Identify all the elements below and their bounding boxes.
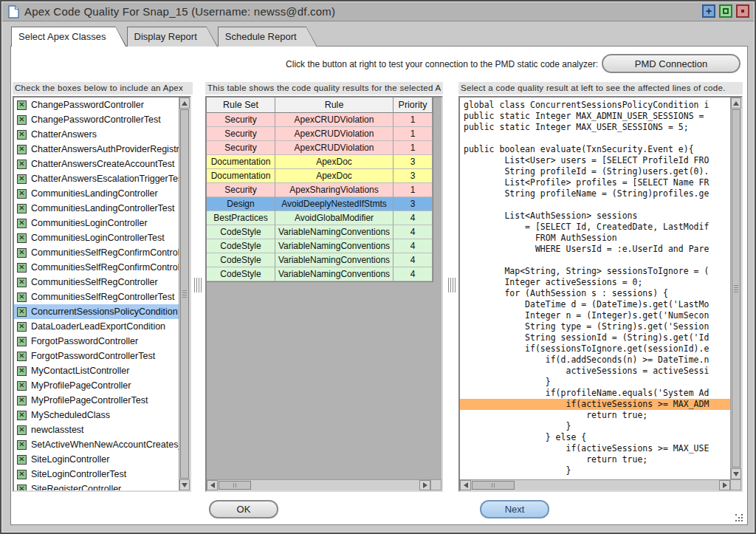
checked-checkbox-icon[interactable]: ✕ — [17, 381, 27, 391]
title-bar[interactable]: Apex Code Quality For Snap_15 (Username:… — [2, 2, 754, 21]
table-row[interactable]: CodeStyleVariableNamingConventions4 — [207, 239, 433, 253]
checked-checkbox-icon[interactable]: ✕ — [17, 115, 27, 125]
scroll-up-arrow-icon[interactable] — [179, 97, 190, 109]
list-item[interactable]: ✕CommunitiesSelfRegConfirmControll — [14, 260, 179, 275]
list-item[interactable]: ✕SetActiveWhenNewAccountCreates_ — [14, 437, 179, 452]
checked-checkbox-icon[interactable]: ✕ — [17, 470, 27, 479]
list-item[interactable]: ✕MyScheduledClass — [14, 408, 179, 422]
table-row[interactable]: SecurityApexSharingViolations1 — [207, 183, 433, 197]
scroll-down-arrow-icon[interactable] — [179, 479, 190, 490]
left-splitter-handle[interactable] — [194, 278, 203, 292]
scrollbar-thumb[interactable] — [219, 481, 251, 490]
ok-button[interactable]: OK — [209, 500, 278, 518]
scroll-up-arrow-icon[interactable] — [731, 97, 741, 109]
checked-checkbox-icon[interactable]: ✕ — [17, 189, 27, 199]
checked-checkbox-icon[interactable]: ✕ — [17, 100, 27, 110]
table-row[interactable]: SecurityApexCRUDViolation1 — [207, 141, 433, 155]
class-list-vertical-scrollbar[interactable] — [179, 97, 190, 490]
list-item[interactable]: ✕ChatterAnswersCreateAccountTest — [14, 157, 179, 171]
list-item[interactable]: ✕ChangePasswordControllerTest — [14, 112, 179, 127]
list-item[interactable]: ✕CommunitiesLoginController — [14, 216, 179, 230]
list-item[interactable]: ✕CommunitiesLoginControllerTest — [14, 230, 179, 245]
column-header-priority[interactable]: Priority — [394, 97, 433, 113]
table-cell: ApexCRUDViolation — [275, 141, 394, 155]
scroll-right-arrow-icon[interactable] — [719, 480, 730, 490]
expand-plus-button[interactable]: + — [702, 4, 715, 18]
list-item[interactable]: ✕MyProfilePageController — [14, 378, 179, 393]
list-item[interactable]: ✕SiteRegisterController — [14, 482, 179, 490]
table-row[interactable]: SecurityApexCRUDViolation1 — [207, 113, 433, 127]
next-button[interactable]: Next — [480, 500, 549, 518]
resize-grip[interactable] — [735, 513, 743, 522]
scrollbar-thumb[interactable] — [180, 109, 189, 479]
checked-checkbox-icon[interactable]: ✕ — [17, 455, 27, 465]
checked-checkbox-icon[interactable]: ✕ — [17, 396, 27, 405]
table-row[interactable]: BestPracticesAvoidGlobalModifier4 — [207, 211, 433, 225]
scrollbar-thumb[interactable] — [472, 481, 515, 490]
checked-checkbox-icon[interactable]: ✕ — [17, 425, 27, 435]
right-splitter-handle[interactable] — [448, 278, 457, 292]
column-header-rule-set[interactable]: Rule Set — [207, 97, 275, 113]
checked-checkbox-icon[interactable]: ✕ — [17, 307, 27, 317]
scroll-right-arrow-icon[interactable] — [419, 480, 430, 490]
list-item[interactable]: ✕CommunitiesLandingControllerTest — [14, 201, 179, 216]
checked-checkbox-icon[interactable]: ✕ — [17, 440, 27, 450]
checked-checkbox-icon[interactable]: ✕ — [17, 322, 27, 332]
table-row[interactable]: SecurityApexCRUDViolation1 — [207, 127, 433, 141]
pmd-connection-button[interactable]: PMD Connection — [602, 54, 740, 73]
list-item[interactable]: ✕newclasstest — [14, 422, 179, 437]
list-item[interactable]: ✕ChangePasswordController — [14, 97, 179, 112]
list-item[interactable]: ✕SiteLoginControllerTest — [14, 467, 179, 482]
checked-checkbox-icon[interactable]: ✕ — [17, 411, 27, 420]
list-item[interactable]: ✕ChatterAnswersAuthProviderRegistra — [14, 142, 179, 157]
code-horizontal-scrollbar[interactable] — [460, 479, 730, 490]
table-row[interactable]: CodeStyleVariableNamingConventions4 — [207, 225, 433, 239]
list-item[interactable]: ✕ForgotPasswordControllerTest — [14, 349, 179, 363]
table-row[interactable]: DocumentationApexDoc3 — [207, 155, 433, 169]
tab-display-report[interactable]: Display Report — [127, 27, 218, 47]
list-item[interactable]: ✕CommunitiesSelfRegControllerTest — [14, 290, 179, 304]
scrollbar-thumb[interactable] — [732, 109, 740, 468]
scroll-left-arrow-icon[interactable] — [460, 480, 471, 490]
checked-checkbox-icon[interactable]: ✕ — [17, 485, 27, 491]
list-item[interactable]: ✕DataLoaderLeadExportCondition — [14, 319, 179, 334]
list-item[interactable]: ✕ChatterAnswers — [14, 127, 179, 142]
table-row[interactable]: CodeStyleVariableNamingConventions4 — [207, 253, 433, 267]
checked-checkbox-icon[interactable]: ✕ — [17, 204, 27, 213]
checked-checkbox-icon[interactable]: ✕ — [17, 278, 27, 287]
list-item[interactable]: ✕ConcurrentSessionsPolicyCondition — [14, 304, 179, 319]
code-text-area[interactable]: global class ConcurrentSessionsPolicyCon… — [460, 97, 730, 479]
table-row-selected[interactable]: DesignAvoidDeeplyNestedIfStmts3 — [207, 197, 433, 211]
tab-select-apex-classes[interactable]: Select Apex Classes — [11, 27, 127, 47]
table-row[interactable]: DocumentationApexDoc3 — [207, 169, 433, 183]
checked-checkbox-icon[interactable]: ✕ — [17, 174, 27, 184]
checked-checkbox-icon[interactable]: ✕ — [17, 366, 27, 376]
checked-checkbox-icon[interactable]: ✕ — [17, 337, 27, 346]
list-item[interactable]: ✕ForgotPasswordController — [14, 334, 179, 349]
checked-checkbox-icon[interactable]: ✕ — [17, 352, 27, 361]
table-row[interactable]: CodeStyleVariableNamingConventions4 — [207, 267, 433, 281]
checked-checkbox-icon[interactable]: ✕ — [17, 263, 27, 273]
checked-checkbox-icon[interactable]: ✕ — [17, 233, 27, 243]
checked-checkbox-icon[interactable]: ✕ — [17, 145, 27, 154]
list-item[interactable]: ✕ChatterAnswersEscalationTriggerTes — [14, 171, 179, 186]
list-item[interactable]: ✕MyContactListController — [14, 363, 179, 378]
maximize-button[interactable] — [719, 4, 732, 18]
table-horizontal-scrollbar[interactable] — [207, 479, 430, 490]
scroll-left-arrow-icon[interactable] — [207, 480, 218, 490]
list-item[interactable]: ✕SiteLoginController — [14, 452, 179, 467]
checked-checkbox-icon[interactable]: ✕ — [17, 292, 27, 302]
scroll-down-arrow-icon[interactable] — [731, 468, 741, 479]
column-header-rule[interactable]: Rule — [275, 97, 394, 113]
list-item[interactable]: ✕CommunitiesSelfRegController — [14, 275, 179, 290]
checked-checkbox-icon[interactable]: ✕ — [17, 219, 27, 228]
checked-checkbox-icon[interactable]: ✕ — [17, 130, 27, 140]
close-button[interactable] — [736, 4, 749, 18]
list-item[interactable]: ✕CommunitiesLandingController — [14, 186, 179, 201]
tab-schedule-report[interactable]: Schedule Report — [218, 27, 317, 47]
list-item[interactable]: ✕MyProfilePageControllerTest — [14, 393, 179, 408]
code-vertical-scrollbar[interactable] — [730, 97, 741, 479]
list-item[interactable]: ✕CommunitiesSelfRegConfirmControll — [14, 245, 179, 260]
checked-checkbox-icon[interactable]: ✕ — [17, 248, 27, 258]
checked-checkbox-icon[interactable]: ✕ — [17, 160, 27, 169]
